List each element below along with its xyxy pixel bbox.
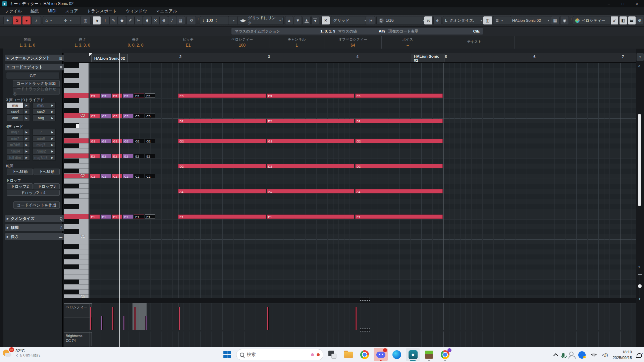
wifi-icon[interactable] [590,353,597,357]
create-chord-event-button[interactable]: コードイベントを作成 [13,201,60,209]
link-to-grid-dropdown[interactable]: ◀▶ グリッドにリンク ▼ [237,16,284,25]
edge-button[interactable] [390,348,404,361]
object-selection-tool[interactable]: ▲ [93,16,101,25]
menu-ファイル[interactable]: ファイル [5,8,22,14]
split-tool[interactable]: ✂ [135,16,143,25]
chord-button-maj7/#5[interactable]: maj7/#5 [33,155,49,161]
note-grid-background[interactable] [64,62,636,298]
info-field[interactable]: テキスト [434,36,515,49]
event-colors-dropdown[interactable]: ベロシティー [573,16,611,25]
menu-マニュアル[interactable]: マニュアル [156,8,177,14]
grid-type-dropdown[interactable]: グリッド▼ [331,16,369,25]
part-editing-mode-button[interactable]: ✛▼ [62,16,83,25]
chord-button-7sus2[interactable]: 7sus2 [33,148,49,154]
toolbar-settings-gear-icon[interactable]: ⚙ [636,16,643,25]
info-field[interactable]: 長さ0. 0. 2. 0 [110,36,161,49]
timeline-ruler[interactable] [89,53,636,63]
event-panel-icon[interactable]: ▤ [176,16,185,25]
chord-button-min.[interactable]: min. [33,102,49,108]
chord-variant-arrow[interactable]: ▶ [23,155,30,161]
open-in-lower-zone-icon[interactable]: ↙ [610,16,619,25]
transpose-up-button[interactable]: ▲ [285,16,293,25]
chord-button-m7/b5[interactable]: m7/b5 [7,142,23,148]
velocity-lane-label[interactable]: ベロシティー [64,303,92,317]
vertical-zoom-knob[interactable] [638,284,642,288]
move-down-button[interactable]: 下へ移動 [34,169,60,175]
close-button[interactable]: ✕ [630,0,644,7]
part-start-label[interactable]: HALion Sonic 02 [91,54,128,62]
chord-button-maj[interactable]: maj [7,102,23,108]
start-button[interactable] [220,348,234,361]
maximize-button[interactable]: □ [616,0,630,7]
tray-clock[interactable]: 18:10 2025/09/15 [612,349,632,360]
autoscroll-button[interactable]: ⌂▼ [43,16,64,25]
chord-variant-arrow[interactable]: ▶ [23,135,30,141]
minecraft-button[interactable] [422,348,436,361]
setup-toolbar-icon[interactable]: ✦ [3,16,12,25]
menu-ウィンドウ[interactable]: ウィンドウ [125,8,147,14]
weather-widget[interactable]: 9+ 32°C くもり時々晴れ [3,348,40,358]
chord-button-sus4[interactable]: sus4 [7,109,23,115]
insert-velocity-spinner[interactable]: ↓ 100 ▲▼ [200,16,231,25]
chord-variant-arrow[interactable]: ▶ [49,102,56,108]
volume-icon[interactable]: ◁)) [602,352,608,357]
info-field[interactable]: 終了1. 3. 3. 0 [55,36,110,49]
zoom-in-plus[interactable]: + [638,296,641,301]
transpose-octave-up-button[interactable]: ▲ [303,16,311,25]
part-end-label[interactable]: HALion Sonic 02 [411,54,444,62]
info-field[interactable]: ピッチE1 [161,36,215,49]
info-field[interactable]: 開始1. 3. 1. 0 [0,36,55,49]
drop2-button[interactable]: ドロップ2 [7,183,33,189]
chord-variant-arrow[interactable]: ▶ [49,148,56,154]
ruler-options-button[interactable]: ▼ [636,53,644,61]
chord-button-7[interactable]: 7 [33,129,49,135]
independent-loop-icon[interactable]: ⟲ [186,16,196,25]
stepper-icon[interactable]: ▲▼ [215,18,217,22]
chord-variant-arrow[interactable]: ▶ [49,129,56,135]
chord-button-min7[interactable]: min7 [7,135,23,141]
notification-bell-icon[interactable]: z [637,353,642,357]
edited-part-dropdown[interactable]: HALion Sonic 02▼ [510,16,552,25]
chord-variant-arrow[interactable]: ▶ [49,109,56,115]
chrome-profile-button[interactable] [438,348,452,361]
scale-assistant-section[interactable]: ▶スケールアシスタント▦ [5,55,64,61]
chord-button-maj7[interactable]: maj7 [7,129,23,135]
info-field[interactable]: チャンネル1 [269,36,324,49]
glue-tool[interactable]: ⧫ [143,16,151,25]
chord-button-sus2[interactable]: sus2 [33,109,49,115]
chord-variant-arrow[interactable]: ▶ [23,148,30,154]
cc-lane-label[interactable]: BrightnessCC 74 [64,332,92,346]
length-section[interactable]: ▶長さ▬ [5,233,64,240]
playhead-cursor[interactable] [119,53,120,347]
chord-variant-arrow[interactable]: ▶ [49,142,56,148]
scroll-down-arrow[interactable]: ∨ [638,265,640,268]
chord-button-min6[interactable]: min6 [33,135,49,141]
lane-presets-dropdown[interactable]: ≣▼ [493,16,511,25]
show-note-expression-icon[interactable]: ◫ [80,16,91,25]
tray-overflow-chevron-icon[interactable] [553,353,558,358]
iterative-quantize-icon[interactable]: % [424,16,433,25]
snap-on-off-icon[interactable]: ✕ [321,16,330,25]
discord-button[interactable] [374,348,388,361]
lower-zone-toggle-icon[interactable]: ◨ [628,16,636,25]
people-tray-icon[interactable] [569,352,574,356]
vertical-scrollbar-thumb[interactable] [638,114,641,206]
transpose-down-button[interactable]: ▼ [294,16,302,25]
draw-tool[interactable]: ✎ [109,16,118,25]
match-chord-track-button[interactable]: コードトラックに合わせる [13,88,60,95]
cubase-taskbar-button[interactable]: ◆ [406,348,420,361]
drop3-button[interactable]: ドロップ3 [34,183,60,189]
chord-variant-arrow[interactable]: ▶ [49,115,56,121]
solo-button[interactable]: S [13,16,21,25]
menu-スコア[interactable]: スコア [65,8,78,14]
cc-lane[interactable] [64,331,636,347]
quantize-panel-icon[interactable]: e [433,16,441,25]
scroll-up-arrow[interactable]: ∧ [638,64,640,67]
chord-variant-arrow[interactable]: ▶ [23,115,30,121]
show-lanes-icon[interactable]: ◫ [483,16,492,25]
chrome-button[interactable] [358,348,372,361]
microphone-tray-icon[interactable] [562,353,565,357]
midi-input-icon[interactable]: ◉ [560,16,569,25]
pen-tool[interactable]: ✐ [126,16,135,25]
move-up-button[interactable]: 上へ移動 [7,169,33,175]
